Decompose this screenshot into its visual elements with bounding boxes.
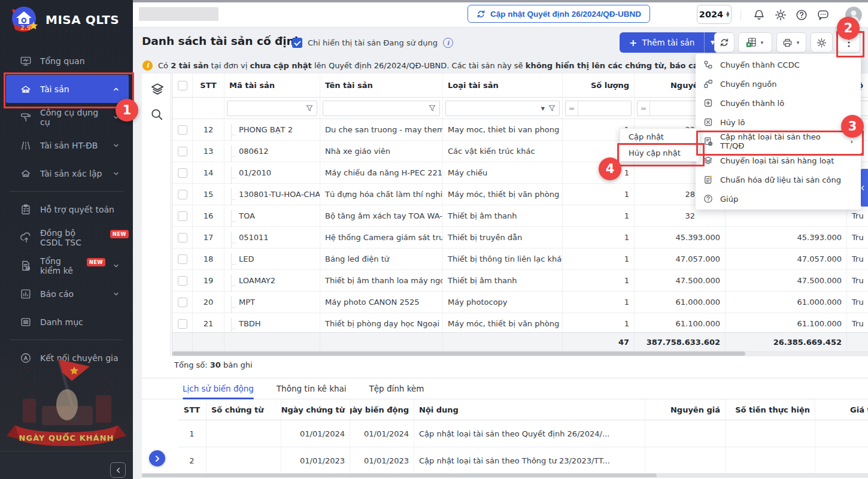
equals-operator[interactable]: = bbox=[638, 101, 650, 116]
row-checkbox[interactable] bbox=[172, 205, 193, 226]
qty-filter-input[interactable] bbox=[578, 101, 631, 116]
expand-detail-button[interactable] bbox=[149, 450, 165, 466]
qty-filter[interactable]: = bbox=[565, 101, 632, 116]
row-checkbox[interactable] bbox=[172, 313, 193, 334]
asset-row-17[interactable]: 17051011Hệ thống Camera giám sát trư...T… bbox=[172, 227, 868, 248]
asset-row-20[interactable]: 20MPTMáy photo CANON 2525Máy photocopy16… bbox=[172, 292, 868, 313]
cell-stt: 13 bbox=[193, 141, 224, 162]
year-selector[interactable]: 2024 ▲▼ bbox=[697, 5, 732, 24]
col-qty: Số lượng bbox=[563, 74, 635, 97]
sidebar-item-10[interactable]: Danh mục bbox=[6, 308, 129, 336]
sidebar-item-9[interactable]: Báo cáo bbox=[6, 280, 129, 308]
sidebar-item-6[interactable]: Hỗ trợ quyết toán bbox=[6, 195, 129, 223]
sidebar-item-label: Tài sản bbox=[40, 84, 69, 94]
chat-feedback-icon[interactable] bbox=[817, 9, 829, 21]
plus-icon: + bbox=[629, 37, 637, 48]
context-item-1[interactable]: Cập nhật bbox=[620, 129, 699, 145]
row-checkbox[interactable] bbox=[172, 162, 193, 183]
submenu-arrow-icon: › bbox=[850, 138, 853, 145]
equals-operator[interactable]: = bbox=[566, 101, 578, 116]
cell-code: TOA bbox=[224, 205, 320, 226]
row-checkbox[interactable] bbox=[172, 141, 193, 162]
only-active-filter[interactable]: Chỉ hiển thị tài sản Đang sử dụng i bbox=[292, 38, 453, 48]
cell-name: Thiết bị phòng dạy học Ngoại n... bbox=[320, 313, 443, 334]
row-checkbox[interactable] bbox=[172, 184, 193, 205]
search-icon[interactable] bbox=[150, 108, 165, 122]
cell-cost: 47.500.000 bbox=[635, 270, 726, 291]
code-filter[interactable] bbox=[227, 101, 317, 116]
col-stt: STT bbox=[193, 74, 224, 97]
sidebar-item-4[interactable]: Tài sản HT-ĐB bbox=[6, 131, 129, 159]
row-checkbox[interactable] bbox=[172, 248, 193, 269]
cell-code: 051011 bbox=[224, 227, 320, 248]
year-spinner-icon[interactable]: ▲▼ bbox=[726, 11, 729, 17]
caret-down-icon: ▼ bbox=[796, 40, 800, 46]
update-decision-button[interactable]: Cập nhật Quyết định 26/2024/QĐ-UBND bbox=[468, 5, 650, 23]
menu-item-5[interactable]: Cập nhật loại tài sản theo TT/QĐ› bbox=[696, 132, 861, 151]
add-asset-button[interactable]: +Thêm tài sản ▼ bbox=[620, 32, 720, 53]
cell-type: Các vật kiến trúc khác bbox=[443, 141, 563, 162]
horizontal-scrollbar[interactable] bbox=[172, 351, 868, 356]
annotation-step-3: 3 bbox=[841, 115, 864, 138]
history-row-2[interactable]: 201/01/202301/01/2023Cập nhật loại tài s… bbox=[178, 447, 868, 473]
menu-item-label: Hủy lô bbox=[720, 118, 745, 127]
checkbox-checked-icon[interactable] bbox=[292, 38, 302, 48]
add-asset-label: Thêm tài sản bbox=[642, 38, 694, 47]
app-logo[interactable]: 2.9 MISA QLTS bbox=[7, 4, 119, 36]
filter-funnel-icon[interactable] bbox=[428, 104, 436, 113]
print-button[interactable]: ▼ bbox=[776, 32, 806, 53]
row-checkbox[interactable] bbox=[172, 227, 193, 248]
notifications-bell-icon[interactable] bbox=[753, 9, 765, 21]
history-row-1[interactable]: 101/01/202401/01/2024Cập nhật loại tài s… bbox=[178, 420, 868, 447]
menu-item-3[interactable]: Chuyển thành lô bbox=[696, 93, 861, 113]
row-checkbox[interactable] bbox=[172, 292, 193, 313]
asset-row-18[interactable]: 18LEDBảng led điện tửThiết bị thông tin … bbox=[172, 248, 868, 270]
name-filter-input[interactable] bbox=[323, 101, 439, 116]
type-filter[interactable]: ▼ bbox=[445, 101, 560, 116]
sidebar-collapse-button[interactable] bbox=[110, 462, 126, 478]
filter-funnel-icon[interactable] bbox=[548, 104, 556, 113]
caret-down-icon[interactable]: ▼ bbox=[541, 106, 545, 111]
cell-name: Bộ tăng âm xách tay TOA WA-Z... bbox=[320, 205, 443, 226]
row-checkbox[interactable] bbox=[172, 270, 193, 291]
context-item-2[interactable]: Hủy cập nhật bbox=[620, 145, 699, 161]
menu-item-6[interactable]: Chuyển loại tài sản hàng loạt bbox=[696, 151, 861, 170]
detail-horizontal-scrollbar[interactable] bbox=[142, 473, 868, 478]
tab-3[interactable]: Tệp đính kèm bbox=[369, 378, 424, 399]
settings-gear-icon[interactable] bbox=[775, 9, 787, 21]
menu-item-4[interactable]: Hủy lô bbox=[696, 113, 861, 132]
scrollbar-thumb[interactable] bbox=[142, 474, 657, 477]
sidebar-item-5[interactable]: Tài sản xác lập bbox=[6, 159, 129, 187]
cell-doc-no bbox=[207, 420, 281, 447]
cell-value: 45.393.000 bbox=[726, 227, 847, 248]
cell-amount bbox=[726, 420, 815, 447]
cell-cost: 61.100.000 bbox=[635, 313, 726, 334]
layers-view-icon[interactable] bbox=[150, 82, 165, 96]
menu-item-8[interactable]: Giúp bbox=[696, 189, 861, 208]
sidebar-item-8[interactable]: Tổng kiểm kêNEW bbox=[6, 251, 129, 280]
help-icon[interactable] bbox=[796, 9, 808, 21]
tab-2[interactable]: Thông tin kê khai bbox=[277, 378, 347, 399]
history-col-3: Ngày chứng từ bbox=[281, 399, 350, 420]
filter-funnel-icon[interactable] bbox=[305, 104, 314, 113]
tab-1[interactable]: Lịch sử biến động bbox=[183, 378, 254, 399]
total-value: 26.385.669.452 bbox=[726, 333, 847, 351]
select-all-checkbox[interactable] bbox=[172, 74, 193, 97]
code-filter-input[interactable] bbox=[227, 101, 317, 116]
asset-row-21[interactable]: 21TBDHThiết bị phòng dạy học Ngoại n...M… bbox=[172, 313, 868, 335]
info-icon[interactable]: i bbox=[443, 38, 453, 48]
sidebar-item-2[interactable]: Tài sản bbox=[6, 75, 129, 103]
menu-item-1[interactable]: Chuyển thành CCDC bbox=[696, 55, 861, 74]
table-settings-button[interactable] bbox=[811, 32, 833, 53]
export-excel-button[interactable]: ▼ bbox=[738, 32, 772, 53]
asset-row-19[interactable]: 19LOAMAY2Thiết bị âm thanh loa máy ngo..… bbox=[172, 270, 868, 292]
row-checkbox[interactable] bbox=[172, 119, 193, 140]
sidebar-item-7[interactable]: Đồng bộ CSDL TSCNEW bbox=[6, 223, 129, 251]
menu-item-7[interactable]: Chuẩn hóa dữ liệu tài sản công bbox=[696, 170, 861, 189]
refresh-table-button[interactable] bbox=[714, 32, 735, 53]
scrollbar-thumb[interactable] bbox=[172, 351, 745, 356]
name-filter[interactable] bbox=[323, 101, 440, 116]
sidebar-item-1[interactable]: Tổng quan bbox=[6, 47, 129, 75]
sidebar-item-3[interactable]: Công cụ dụng cụ bbox=[6, 103, 129, 131]
menu-item-2[interactable]: Chuyển nguồn bbox=[696, 74, 861, 93]
